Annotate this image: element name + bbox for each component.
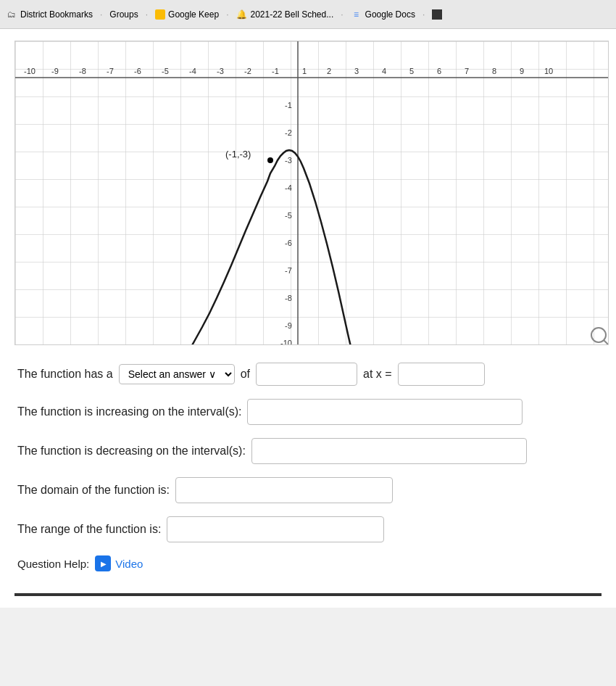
toolbar-divider-1: · — [100, 9, 102, 20]
svg-text:-6: -6 — [285, 239, 292, 247]
svg-text:-5: -5 — [162, 67, 169, 75]
select-answer-dropdown[interactable]: Select an answer ∨ maximum minimum — [119, 364, 235, 384]
q3-label: The function is decreasing on the interv… — [17, 445, 246, 458]
svg-text:-4: -4 — [189, 67, 196, 75]
question-row-2: The function is increasing on the interv… — [17, 399, 599, 425]
docs-icon: ≡ — [351, 9, 362, 20]
toolbar-divider-3: · — [226, 9, 228, 20]
svg-text:-9: -9 — [51, 67, 59, 75]
svg-text:-2: -2 — [244, 67, 251, 75]
toolbar-item-square[interactable] — [432, 9, 442, 20]
vertex-label: (-1,-3) — [225, 149, 251, 160]
question-row-4: The domain of the function is: — [17, 477, 599, 503]
svg-text:-6: -6 — [134, 67, 141, 75]
bell-schedule-label: 2021-22 Bell Sched... — [250, 9, 333, 20]
q5-label: The range of the function is: — [17, 523, 161, 536]
square-icon — [432, 9, 442, 20]
bottom-bar — [14, 593, 602, 596]
question-row-5: The range of the function is: — [17, 516, 599, 542]
graph-container: -10 -9 -8 -7 -6 -5 -4 -3 -2 -1 1 2 3 4 5… — [14, 41, 609, 345]
svg-text:-4: -4 — [285, 183, 292, 192]
browser-toolbar: 🗂 District Bookmarks · Groups · Google K… — [0, 0, 616, 29]
questions-section: The function has a Select an answer ∨ ma… — [14, 363, 602, 571]
svg-text:-10: -10 — [24, 67, 36, 75]
svg-text:-8: -8 — [79, 67, 86, 75]
toolbar-item-groups[interactable]: Groups — [109, 9, 138, 20]
video-link[interactable]: Video — [95, 555, 143, 571]
question-row-3: The function is decreasing on the interv… — [17, 438, 599, 464]
q1-prefix: The function has a — [17, 368, 113, 381]
groups-label: Groups — [109, 9, 138, 20]
toolbar-divider-5: · — [423, 9, 425, 20]
svg-text:-7: -7 — [107, 67, 114, 75]
google-keep-label: Google Keep — [168, 9, 219, 20]
vertex-point — [267, 157, 273, 163]
district-bookmarks-label: District Bookmarks — [20, 9, 93, 20]
toolbar-item-bell-schedule[interactable]: 🔔 2021-22 Bell Sched... — [236, 9, 333, 20]
toolbar-divider-4: · — [341, 9, 343, 20]
q4-domain-input[interactable] — [175, 477, 393, 503]
q5-range-input[interactable] — [167, 516, 384, 542]
svg-text:-7: -7 — [285, 266, 292, 275]
svg-text:2: 2 — [327, 67, 331, 75]
q3-interval-input[interactable] — [251, 438, 527, 464]
svg-text:-5: -5 — [285, 211, 292, 220]
video-label: Video — [115, 558, 143, 570]
svg-text:-1: -1 — [272, 67, 279, 75]
svg-text:1: 1 — [302, 67, 307, 75]
svg-text:-9: -9 — [285, 321, 292, 330]
svg-text:8: 8 — [492, 67, 496, 75]
svg-text:7: 7 — [465, 67, 469, 75]
q2-interval-input[interactable] — [247, 399, 523, 425]
q2-label: The function is increasing on the interv… — [17, 405, 241, 418]
svg-text:6: 6 — [437, 67, 441, 75]
keep-icon — [155, 9, 165, 20]
svg-text:10: 10 — [544, 67, 553, 75]
google-docs-label: Google Docs — [365, 9, 415, 20]
main-content: -10 -9 -8 -7 -6 -5 -4 -3 -2 -1 1 2 3 4 5… — [0, 29, 616, 608]
bell-icon: 🔔 — [236, 9, 247, 20]
graph-svg: -10 -9 -8 -7 -6 -5 -4 -3 -2 -1 1 2 3 4 5… — [15, 41, 609, 345]
svg-text:-1: -1 — [285, 101, 292, 109]
video-play-icon — [95, 555, 111, 571]
toolbar-item-google-docs[interactable]: ≡ Google Docs — [351, 9, 415, 20]
svg-text:5: 5 — [409, 67, 414, 75]
svg-text:4: 4 — [382, 67, 386, 75]
folder-icon: 🗂 — [6, 9, 17, 20]
q4-label: The domain of the function is: — [17, 484, 170, 497]
svg-text:-3: -3 — [285, 156, 292, 165]
q1-x-input[interactable] — [398, 363, 485, 386]
svg-text:3: 3 — [354, 67, 359, 75]
toolbar-item-google-keep[interactable]: Google Keep — [155, 9, 219, 20]
question-help-label: Question Help: — [17, 558, 89, 570]
svg-text:9: 9 — [520, 67, 524, 75]
question-help-row: Question Help: Video — [17, 555, 599, 571]
question-row-1: The function has a Select an answer ∨ ma… — [17, 363, 599, 386]
svg-text:-2: -2 — [285, 128, 292, 137]
svg-text:-10: -10 — [280, 339, 292, 345]
svg-text:-3: -3 — [217, 67, 224, 75]
q1-value-input[interactable] — [256, 363, 357, 386]
q1-at-x-label: at x = — [363, 368, 392, 381]
toolbar-divider-2: · — [146, 9, 148, 20]
toolbar-item-district-bookmarks[interactable]: 🗂 District Bookmarks — [6, 9, 93, 20]
q1-of-label: of — [241, 368, 250, 381]
svg-text:-8: -8 — [285, 294, 292, 302]
